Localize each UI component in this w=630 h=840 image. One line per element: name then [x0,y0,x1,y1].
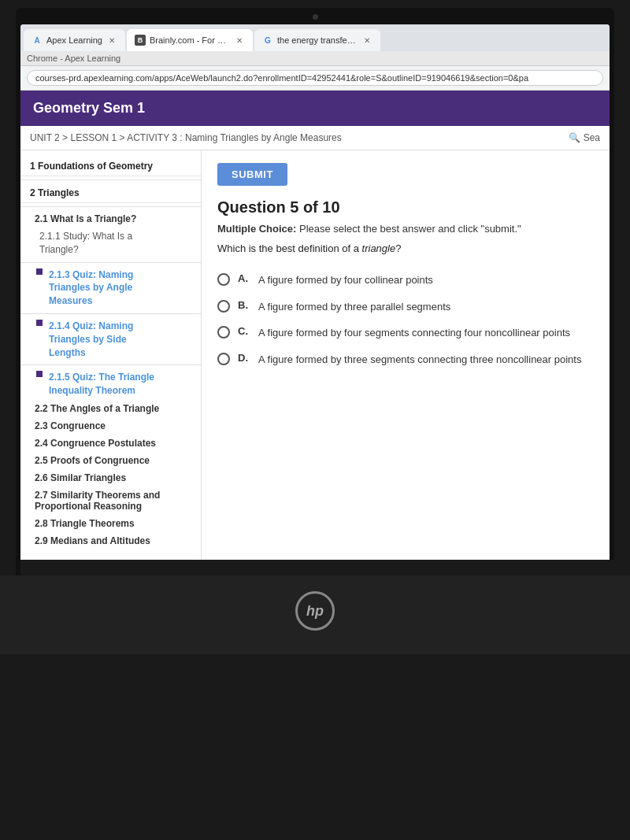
tab-google[interactable]: G the energy transferring r ✕ [254,29,380,51]
option-letter-D: D. [238,352,250,364]
sidebar-subsection-what-is-triangle[interactable]: 2.1 What Is a Triangle? [20,210,201,228]
page-header-title: Geometry Sem 1 [33,100,145,116]
hp-logo: hp [295,591,335,631]
hp-logo-area: hp [0,575,630,654]
answer-option-D[interactable]: D. A figure formed by three segments con… [217,346,594,373]
page-header: Geometry Sem 1 [20,91,610,126]
question-instruction: Multiple Choice: Please select the best … [217,223,594,235]
sidebar-marker-2-1-4 [36,320,43,326]
tab-brainly-title: Brainly.com - For student [150,35,230,45]
sidebar-subsection-congruence-postulates[interactable]: 2.4 Congruence Postulates [20,435,201,452]
sidebar-subsection-angles[interactable]: 2.2 The Angles of a Triangle [20,400,201,417]
instruction-bold: Multiple Choice: [217,223,296,235]
radio-A[interactable] [217,273,230,286]
sidebar-congruence-postulates-label: 2.4 Congruence Postulates [35,438,156,449]
option-text-B: A figure formed by three parallel segmen… [258,299,594,315]
sidebar-subsection-proofs[interactable]: 2.5 Proofs of Congruence [20,452,201,469]
tab-google-close[interactable]: ✕ [361,35,372,46]
sidebar-section-triangles[interactable]: 2 Triangles [20,183,201,203]
sidebar-marker-2-1-5 [36,371,43,377]
sidebar-congruence-label: 2.3 Congruence [35,420,106,431]
sidebar-triangles-label: 2 Triangles [30,187,80,198]
sidebar-section-foundations[interactable]: 1 Foundations of Geometry [20,157,201,176]
tab-brainly[interactable]: B Brainly.com - For student ✕ [127,29,253,51]
screen-bezel: A Apex Learning ✕ B Brainly.com - For st… [16,8,614,575]
main-layout: 1 Foundations of Geometry 2 Triangles 2.… [20,150,610,560]
sidebar-2-1-4-label: 2.1.4 Quiz: NamingTriangles by SideLengt… [49,320,133,359]
sidebar-2-1-5-label: 2.1.5 Quiz: The TriangleInequality Theor… [49,371,154,398]
keyboard-area [20,560,619,575]
sidebar-leaf-2-1-5[interactable]: 2.1.5 Quiz: The TriangleInequality Theor… [20,368,201,400]
question-title: Question 5 of 10 [217,198,594,216]
answer-option-C[interactable]: C. A figure formed by four segments conn… [217,320,594,346]
browser-window: A Apex Learning ✕ B Brainly.com - For st… [20,24,610,560]
sidebar-subsection-similarity-theorems[interactable]: 2.7 Similarity Theorems andProportional … [20,487,201,515]
search-icon: 🔍 [569,132,580,143]
radio-C[interactable] [217,326,230,339]
tab-google-title: the energy transferring r [277,35,358,45]
option-letter-B: B. [238,299,250,311]
tab-apex[interactable]: A Apex Learning ✕ [24,29,125,51]
breadcrumb-text: UNIT 2 > LESSON 1 > ACTIVITY 3 : Naming … [30,132,342,143]
content-area: SUBMIT Question 5 of 10 Multiple Choice:… [202,150,610,560]
option-text-C: A figure formed by four segments connect… [258,325,594,341]
sidebar-2-1-3-label: 2.1.3 Quiz: NamingTriangles by AngleMeas… [49,268,133,308]
apex-favicon: A [32,35,43,46]
sidebar-leaf-2-1-1[interactable]: 2.1.1 Study: What Is aTriangle? [20,228,201,259]
question-text-pre: Which is the best definition of a [217,242,362,254]
sidebar-angles-label: 2.2 The Angles of a Triangle [35,403,159,414]
google-favicon: G [262,35,273,46]
window-title-bar: Chrome - Apex Learning [20,51,610,66]
instruction-rest: Please select the best answer and click … [296,223,521,235]
search-area: 🔍 Sea [569,132,600,143]
option-letter-C: C. [238,325,250,337]
sidebar-leaf-2-1-3[interactable]: 2.1.3 Quiz: NamingTriangles by AngleMeas… [20,266,201,310]
answer-option-A[interactable]: A. A figure formed by four collinear poi… [217,267,594,294]
sidebar: 1 Foundations of Geometry 2 Triangles 2.… [20,150,202,560]
tab-apex-title: Apex Learning [46,35,102,45]
submit-button[interactable]: SUBMIT [217,163,287,186]
question-text: Which is the best definition of a triang… [217,242,594,254]
address-bar-row: courses-prd.apexlearning.com/apps/AceWeb… [20,66,610,91]
sidebar-marker-2-1-3 [36,268,43,275]
camera-dot [313,14,318,20]
sidebar-proofs-label: 2.5 Proofs of Congruence [35,455,150,466]
question-text-post: ? [395,242,401,254]
sidebar-foundations-label: 1 Foundations of Geometry [30,161,153,172]
tab-bar: A Apex Learning ✕ B Brainly.com - For st… [20,24,610,51]
breadcrumb-bar: UNIT 2 > LESSON 1 > ACTIVITY 3 : Naming … [20,126,610,150]
sidebar-subsection-similar[interactable]: 2.6 Similar Triangles [20,469,201,487]
sidebar-similar-label: 2.6 Similar Triangles [35,472,126,483]
radio-D[interactable] [217,353,230,365]
sidebar-what-is-triangle-label: 2.1 What Is a Triangle? [35,213,136,224]
sidebar-leaf-2-1-4-inner: 2.1.4 Quiz: NamingTriangles by SideLengt… [36,320,191,359]
laptop-outer: A Apex Learning ✕ B Brainly.com - For st… [0,0,630,840]
answer-option-B[interactable]: B. A figure formed by three parallel seg… [217,294,594,320]
option-text-A: A figure formed by four collinear points [258,272,594,288]
sidebar-medians-label: 2.9 Medians and Altitudes [35,535,150,546]
sidebar-leaf-2-1-4[interactable]: 2.1.4 Quiz: NamingTriangles by SideLengt… [20,317,201,361]
tab-apex-close[interactable]: ✕ [106,35,117,46]
window-title-text: Chrome - Apex Learning [27,54,120,63]
option-text-D: A figure formed by three segments connec… [258,352,594,368]
sidebar-2-1-1-label: 2.1.1 Study: What Is aTriangle? [39,231,132,255]
sidebar-leaf-2-1-3-inner: 2.1.3 Quiz: NamingTriangles by AngleMeas… [36,268,191,308]
address-input[interactable]: courses-prd.apexlearning.com/apps/AceWeb… [27,70,603,86]
sidebar-subsection-congruence[interactable]: 2.3 Congruence [20,417,201,435]
question-term: triangle [362,242,396,254]
sidebar-similarity-theorems-label: 2.7 Similarity Theorems andProportional … [35,490,160,512]
radio-B[interactable] [217,300,230,313]
sidebar-leaf-2-1-5-inner: 2.1.5 Quiz: The TriangleInequality Theor… [36,371,191,398]
sidebar-subsection-medians[interactable]: 2.9 Medians and Altitudes [20,532,201,550]
option-letter-A: A. [238,272,250,284]
tab-brainly-close[interactable]: ✕ [234,35,245,46]
sidebar-triangle-theorems-label: 2.8 Triangle Theorems [35,518,135,529]
search-label: Sea [584,132,600,143]
brainly-favicon: B [135,35,146,46]
sidebar-subsection-triangle-theorems[interactable]: 2.8 Triangle Theorems [20,515,201,532]
